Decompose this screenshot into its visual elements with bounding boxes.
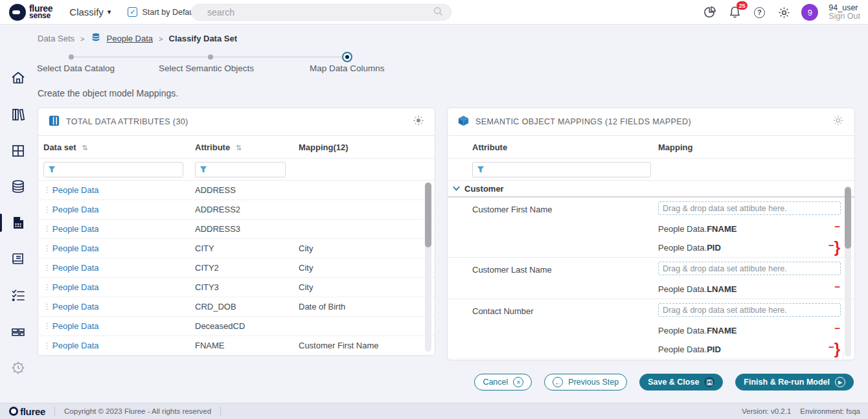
sort-icon[interactable]: ⇅ <box>236 144 242 152</box>
usage-chart-icon[interactable] <box>703 5 717 19</box>
table-row[interactable]: ⋮⋮ People Data CITY3 City <box>38 278 435 297</box>
mapping-name: PID <box>707 243 721 253</box>
breadcrumb-datasets[interactable]: Data Sets <box>38 34 74 43</box>
start-by-default-option: ✓ Start by Default <box>128 7 198 17</box>
table-row[interactable]: ⋮⋮ People Data ADDRESS3 <box>38 220 435 239</box>
sidebar-item-datasets-active[interactable] <box>10 215 26 231</box>
dropzone[interactable]: Drag & drop data set attibute here. <box>658 201 841 215</box>
dataset-link[interactable]: People Data <box>52 282 99 292</box>
customer-group-header[interactable]: Customer <box>448 181 854 198</box>
sidebar-item-apps[interactable] <box>10 143 26 159</box>
dataset-link[interactable]: People Data <box>52 185 99 195</box>
dataset-link[interactable]: People Data <box>52 263 99 273</box>
notifications-bell-icon[interactable]: 25 <box>727 5 742 19</box>
mapping-prefix: People Data. <box>658 345 707 354</box>
col-header-dataset[interactable]: Data set <box>43 142 76 152</box>
step-dot-2[interactable] <box>208 54 213 60</box>
semantic-field: Contact Number Drag & drop data set atti… <box>448 299 854 359</box>
drag-handle-icon[interactable]: ⋮⋮ <box>43 264 52 272</box>
scrollbar-thumb[interactable] <box>845 187 851 249</box>
sidebar-item-glossary[interactable] <box>10 251 26 267</box>
sidebar-item-jobs[interactable] <box>10 360 26 376</box>
table-row[interactable]: ⋮⋮ People Data CITY2 City <box>38 258 435 278</box>
dataset-link[interactable]: People Data <box>52 224 99 234</box>
sidebar-item-tasks[interactable] <box>10 288 26 303</box>
dataset-link[interactable]: People Data <box>52 205 99 214</box>
drag-handle-icon[interactable]: ⋮⋮ <box>43 186 52 194</box>
dataset-link[interactable]: People Data <box>52 243 99 253</box>
attribute-label: DeceasedCD <box>195 321 245 331</box>
drag-handle-icon[interactable]: ⋮⋮ <box>43 225 52 233</box>
drag-handle-icon[interactable]: ⋮⋮ <box>43 302 52 311</box>
table-row[interactable]: ⋮⋮ People Data ADDRESS <box>38 181 435 200</box>
settings-gear-icon[interactable] <box>777 5 791 19</box>
chevron-down-icon[interactable] <box>453 186 460 191</box>
semantic-attribute-filter-input[interactable] <box>472 162 651 177</box>
remove-mapping-icon[interactable]: − <box>828 341 834 352</box>
drag-handle-icon[interactable]: ⋮⋮ <box>43 205 52 214</box>
save-close-button[interactable]: Save & Close <box>639 374 723 391</box>
book-icon <box>10 251 26 267</box>
dataset-link[interactable]: People Data <box>52 321 99 331</box>
sign-out-link[interactable]: Sign Out <box>828 12 860 21</box>
sidebar-item-databases[interactable] <box>10 179 26 194</box>
remove-mapping-icon[interactable]: − <box>834 281 840 292</box>
step-label-1: Select Data Catalog <box>37 63 115 73</box>
version-label: Version: v0.2.1 <box>742 407 791 415</box>
table-row[interactable]: ⋮⋮ People Data CRD_DOB Date of Birth <box>38 297 435 317</box>
dropzone[interactable]: Drag & drop data set attibute here. <box>658 303 841 317</box>
fluree-sense-logo[interactable]: fluree sense <box>9 4 52 21</box>
dataset-link[interactable]: People Data <box>52 341 99 350</box>
remove-group-icon[interactable]: } <box>834 340 840 357</box>
breadcrumb-people-data-link[interactable]: People Data <box>107 34 154 43</box>
scrollbar-thumb[interactable] <box>425 183 431 247</box>
classify-menu[interactable]: Classify ▾ <box>69 6 111 17</box>
table-row[interactable]: ⋮⋮ People Data CITY City <box>38 239 435 258</box>
sidebar-item-catalogs[interactable] <box>10 107 26 122</box>
left-panel-gear-icon[interactable] <box>413 115 424 129</box>
step-dot-3-active[interactable] <box>342 52 352 62</box>
table-row[interactable]: ⋮⋮ People Data DeceasedCD <box>38 317 435 336</box>
sidebar-item-home[interactable] <box>10 70 26 85</box>
right-panel-gear-icon[interactable] <box>832 115 844 129</box>
dataset-icon <box>91 32 101 45</box>
finish-rerun-button[interactable]: Finish & Re-run Model ▶ <box>735 374 854 391</box>
help-icon[interactable]: ? <box>752 5 766 19</box>
sidebar-item-pipelines[interactable] <box>10 324 26 339</box>
remove-mapping-icon[interactable]: − <box>828 240 834 251</box>
footer: fluree Copyright © 2023 Fluree - All rig… <box>0 403 868 419</box>
drag-handle-icon[interactable]: ⋮⋮ <box>43 322 52 330</box>
left-panel-scrollbar[interactable] <box>425 182 431 352</box>
chevron-down-icon: ▾ <box>108 8 111 16</box>
col-header-attribute[interactable]: Attribute <box>195 142 230 152</box>
remove-group-icon[interactable]: } <box>834 238 840 256</box>
attribute-filter-input[interactable] <box>195 162 286 177</box>
previous-step-button[interactable]: ← Previous Step <box>544 374 627 391</box>
mapping-line: People Data.PID −} <box>448 340 854 359</box>
user-avatar[interactable]: 9 <box>801 4 818 21</box>
field-label: Customer First Name <box>472 205 553 214</box>
mapping-prefix: People Data. <box>658 326 707 335</box>
sort-icon[interactable]: ⇅ <box>82 144 87 152</box>
dataset-link[interactable]: People Data <box>52 302 99 311</box>
drag-handle-icon[interactable]: ⋮⋮ <box>43 283 52 291</box>
attribute-label: CRD_DOB <box>195 302 236 311</box>
step-dot-1[interactable] <box>69 54 74 60</box>
cube-icon <box>458 115 469 129</box>
right-panel-scrollbar[interactable] <box>845 186 851 357</box>
table-row[interactable]: ⋮⋮ People Data ADDRESS2 <box>38 200 435 220</box>
remove-mapping-icon[interactable]: − <box>834 323 840 334</box>
remove-mapping-icon[interactable]: − <box>834 221 840 232</box>
dataset-filter-input[interactable] <box>43 162 183 177</box>
dropzone[interactable]: Drag & drop data set attibute here. <box>658 262 841 275</box>
start-by-default-label: Start by Default <box>142 8 198 17</box>
start-by-default-checkbox[interactable]: ✓ <box>128 7 137 17</box>
drag-handle-icon[interactable]: ⋮⋮ <box>43 244 52 253</box>
drag-handle-icon[interactable]: ⋮⋮ <box>43 341 52 350</box>
search-input[interactable] <box>192 7 433 17</box>
right-panel-title: SEMANTIC OBJECT MAPPINGS (12 FIELDS MAPP… <box>475 117 832 126</box>
semantic-field: Customer Last Name Drag & drop data set … <box>448 258 854 299</box>
breadcrumb: Data Sets > People Data > Classify Data … <box>38 32 237 45</box>
table-row[interactable]: ⋮⋮ People Data FNAME Customer First Name <box>38 336 435 356</box>
cancel-button[interactable]: Cancel × <box>474 374 532 391</box>
